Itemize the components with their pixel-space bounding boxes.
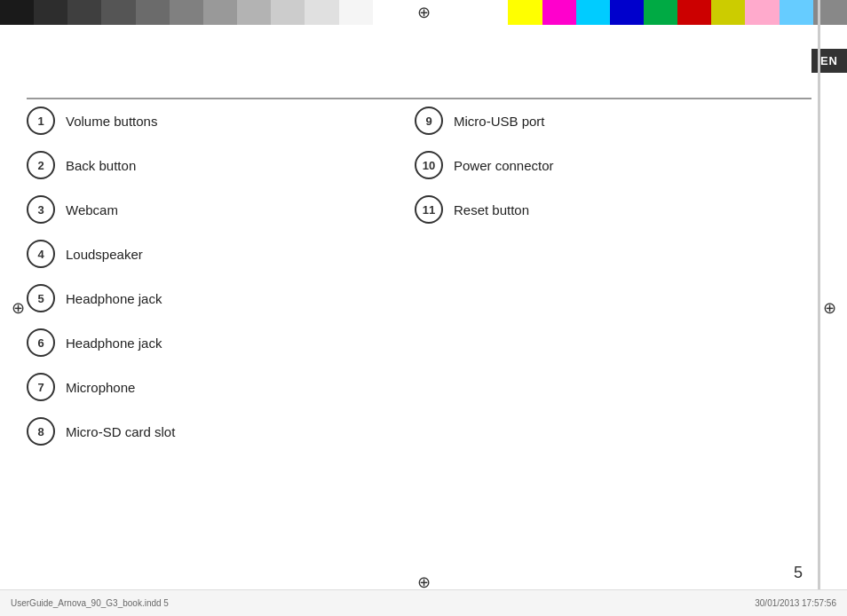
list-item: 2Back button	[27, 151, 415, 179]
footer-right: 30/01/2013 17:57:56	[755, 598, 836, 608]
item-label: Micro-USB port	[454, 114, 545, 129]
list-item: 9Micro-USB port	[415, 107, 803, 135]
list-item: 5Headphone jack	[27, 284, 415, 312]
item-number: 5	[27, 284, 55, 312]
item-label: Power connector	[454, 158, 554, 173]
right-border	[818, 0, 820, 616]
crosshair-right: ⊕	[820, 299, 838, 317]
item-number: 4	[27, 240, 55, 268]
list-item: 7Microphone	[27, 373, 415, 401]
item-label: Back button	[66, 158, 136, 173]
list-item: 8Micro-SD card slot	[27, 417, 415, 446]
page-number: 5	[794, 564, 803, 582]
item-number: 10	[415, 151, 443, 179]
content-area: 1Volume buttons2Back button3Webcam4Louds…	[27, 107, 803, 462]
item-number: 1	[27, 107, 55, 135]
item-label: Webcam	[66, 202, 118, 217]
list-item: 10Power connector	[415, 151, 803, 179]
item-label: Microphone	[66, 380, 135, 395]
item-number: 6	[27, 328, 55, 357]
item-label: Reset button	[454, 202, 529, 217]
crosshair-top: ⊕	[415, 4, 432, 21]
list-item: 11Reset button	[415, 195, 803, 224]
h-divider	[27, 98, 811, 99]
item-label: Loudspeaker	[66, 247, 143, 262]
en-tab: EN	[811, 49, 847, 73]
list-item: 3Webcam	[27, 195, 415, 224]
item-label: Volume buttons	[66, 114, 157, 129]
list-item: 1Volume buttons	[27, 107, 415, 135]
item-number: 8	[27, 417, 55, 446]
item-number: 11	[415, 195, 443, 224]
list-item: 6Headphone jack	[27, 328, 415, 357]
left-column: 1Volume buttons2Back button3Webcam4Louds…	[27, 107, 415, 462]
item-label: Headphone jack	[66, 336, 162, 351]
item-number: 9	[415, 107, 443, 135]
right-column: 9Micro-USB port10Power connector11Reset …	[415, 107, 803, 462]
footer-left: UserGuide_Arnova_90_G3_book.indd 5	[11, 598, 169, 608]
item-number: 2	[27, 151, 55, 179]
crosshair-left: ⊕	[9, 299, 27, 317]
item-label: Headphone jack	[66, 291, 162, 306]
crosshair-bottom: ⊕	[415, 573, 432, 591]
item-number: 7	[27, 373, 55, 401]
footer: UserGuide_Arnova_90_G3_book.indd 5 30/01…	[0, 589, 847, 616]
list-item: 4Loudspeaker	[27, 240, 415, 268]
item-label: Micro-SD card slot	[66, 424, 175, 439]
item-number: 3	[27, 195, 55, 224]
